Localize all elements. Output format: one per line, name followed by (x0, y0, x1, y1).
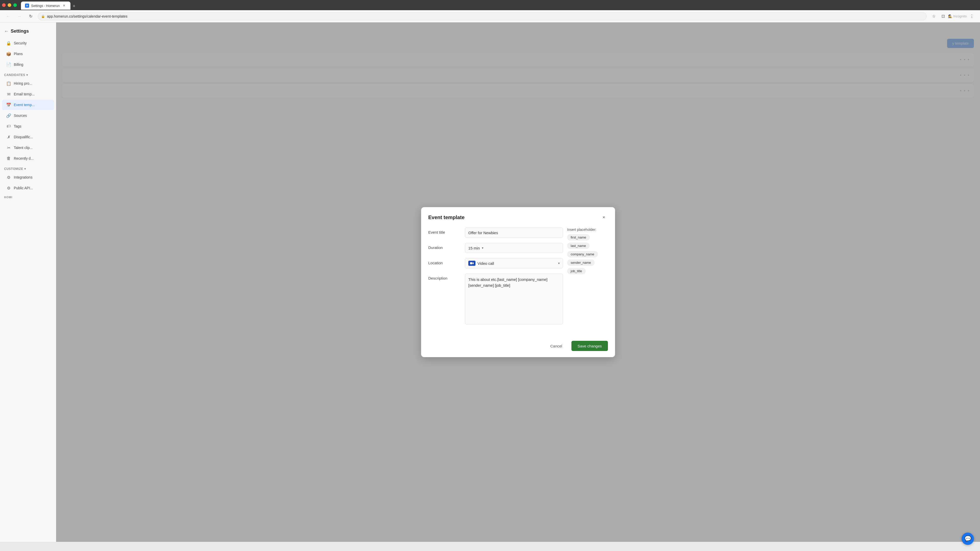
location-label: Location (428, 258, 459, 265)
secure-icon: 🔒 (41, 14, 45, 18)
tab-close-button[interactable]: ✕ (62, 3, 66, 8)
modal-backdrop: Event template × Event title (56, 22, 980, 542)
split-view-button[interactable]: ⊡ (939, 12, 947, 21)
duration-label: Duration (428, 243, 459, 250)
dialog-close-button[interactable]: × (600, 213, 608, 221)
placeholder-chip-first-name[interactable]: first_name (567, 234, 590, 241)
duration-select[interactable]: 15 min ▾ (465, 243, 563, 253)
svg-rect-0 (470, 262, 473, 264)
section-candidates[interactable]: Candidates ▾ (0, 70, 56, 78)
disqualify-icon: ✗ (6, 135, 11, 140)
sidebar-item-plans[interactable]: 📦 Plans (2, 49, 54, 59)
sidebar-item-email-templates[interactable]: ✉ Email temp... (2, 89, 54, 99)
window-maximize-button[interactable] (13, 3, 17, 7)
chevron-down-icon-2: ▾ (24, 167, 26, 171)
placeholder-section: Insert placeholder: first_name last_name… (567, 227, 608, 276)
event-title-row: Event title (428, 227, 563, 238)
new-tab-button[interactable]: + (70, 3, 78, 10)
sidebar-item-talent-clips[interactable]: ✂ Talent clip... (2, 143, 54, 153)
bookmark-button[interactable]: ☆ (930, 12, 938, 21)
api-icon: ⚙ (6, 186, 11, 191)
shield-icon: 🔒 (6, 41, 11, 46)
chat-icon: 💬 (964, 535, 971, 542)
sidebar-item-sources[interactable]: 🔗 Sources (2, 110, 54, 121)
window-controls (2, 3, 17, 7)
address-bar: ← → ↻ 🔒 app.homerun.co/settings/calendar… (0, 10, 980, 22)
event-title-input[interactable] (465, 227, 563, 238)
event-template-dialog: Event template × Event title (421, 207, 615, 357)
description-row: Description This is about etc.[last_name… (428, 273, 563, 326)
integrations-icon: ⚙ (6, 175, 11, 180)
save-changes-button[interactable]: Save changes (571, 341, 608, 351)
talent-icon: ✂ (6, 145, 11, 150)
placeholder-chip-company-name[interactable]: company_name (567, 251, 598, 257)
location-chevron-icon: ▾ (558, 262, 560, 265)
event-title-control (465, 227, 563, 238)
location-row: Location (428, 258, 563, 268)
main-area: ← Settings 🔒 Security 📦 Plans 📄 Billing … (0, 22, 980, 542)
form-fields: Event title Duration 15 min (428, 227, 563, 330)
placeholder-chip-sender-name[interactable]: sender_name (567, 259, 595, 266)
sidebar-item-billing[interactable]: 📄 Billing (2, 59, 54, 70)
sidebar: ← Settings 🔒 Security 📦 Plans 📄 Billing … (0, 22, 56, 542)
forward-nav-button[interactable]: → (15, 12, 24, 21)
menu-button[interactable]: ⋮ (968, 12, 976, 21)
location-control: Video call ▾ (465, 258, 563, 268)
duration-value: 15 min (468, 246, 480, 250)
sidebar-item-recently-deleted[interactable]: 🗑 Recently d... (2, 153, 54, 164)
placeholder-chips: first_name last_name company_name sender… (567, 234, 608, 276)
placeholder-chip-last-name[interactable]: last_name (567, 243, 590, 249)
billing-icon: 📄 (6, 62, 11, 67)
reload-button[interactable]: ↻ (27, 12, 35, 21)
browser-chrome: H Settings - Homerun ✕ + ← → ↻ 🔒 app.hom… (0, 0, 980, 22)
browser-tab-active[interactable]: H Settings - Homerun ✕ (21, 2, 70, 10)
tab-title: Settings - Homerun (31, 4, 60, 8)
browser-actions: ☆ ⊡ 🕵 Incognito ⋮ (930, 12, 976, 21)
sidebar-item-security[interactable]: 🔒 Security (2, 38, 54, 48)
url-bar[interactable]: 🔒 app.homerun.co/settings/calendar-event… (38, 12, 927, 21)
sidebar-back-button[interactable]: ← (4, 29, 9, 34)
duration-chevron-icon: ▾ (482, 246, 484, 250)
sidebar-page-title: Settings (11, 29, 29, 34)
duration-control: 15 min ▾ (465, 243, 563, 253)
sidebar-item-integrations[interactable]: ⚙ Integrations (2, 172, 54, 183)
sidebar-item-disqualify[interactable]: ✗ Disqualific... (2, 132, 54, 142)
sources-icon: 🔗 (6, 113, 11, 118)
tags-icon: 🏷 (6, 124, 11, 129)
url-text: app.homerun.co/settings/calendar-event-t… (47, 14, 127, 18)
sidebar-item-hiring-process[interactable]: 📋 Hiring pro... (2, 78, 54, 89)
sidebar-header: ← Settings (0, 27, 56, 36)
cancel-button[interactable]: Cancel (544, 341, 568, 351)
location-value: Video call (477, 261, 494, 265)
incognito-button[interactable]: 🕵 Incognito (948, 14, 967, 18)
window-minimize-button[interactable] (8, 3, 11, 7)
trash-icon: 🗑 (6, 156, 11, 161)
description-label: Description (428, 273, 459, 280)
description-textarea[interactable]: This is about etc.[last_name] [company_n… (465, 273, 563, 324)
plans-icon: 📦 (6, 51, 11, 56)
description-control: This is about etc.[last_name] [company_n… (465, 273, 563, 326)
placeholder-title: Insert placeholder: (567, 227, 608, 232)
chat-button[interactable]: 💬 (962, 533, 974, 545)
section-customize[interactable]: Customize ▾ (0, 164, 56, 171)
dialog-header: Event template × (421, 207, 615, 225)
dialog-footer: Cancel Save changes (421, 337, 615, 357)
video-call-icon (468, 261, 476, 266)
event-icon: 📅 (6, 102, 11, 107)
duration-row: Duration 15 min ▾ (428, 243, 563, 253)
browser-titlebar: H Settings - Homerun ✕ + (0, 0, 980, 10)
sidebar-item-public-api[interactable]: ⚙ Public API... (2, 183, 54, 193)
placeholder-chip-job-title[interactable]: job_title (567, 268, 586, 274)
dialog-body: Event title Duration 15 min (421, 225, 615, 337)
hiring-icon: 📋 (6, 81, 11, 86)
window-close-button[interactable] (2, 3, 6, 7)
event-title-label: Event title (428, 227, 459, 234)
sidebar-item-tags[interactable]: 🏷 Tags (2, 121, 54, 131)
email-icon: ✉ (6, 92, 11, 97)
sidebar-item-event-templates[interactable]: 📅 Event temp... (2, 100, 54, 110)
tab-bar: H Settings - Homerun ✕ + (19, 0, 978, 10)
tab-favicon: H (25, 3, 29, 8)
chevron-down-icon: ▾ (26, 73, 28, 77)
back-nav-button[interactable]: ← (4, 12, 12, 21)
location-select[interactable]: Video call ▾ (465, 258, 563, 268)
